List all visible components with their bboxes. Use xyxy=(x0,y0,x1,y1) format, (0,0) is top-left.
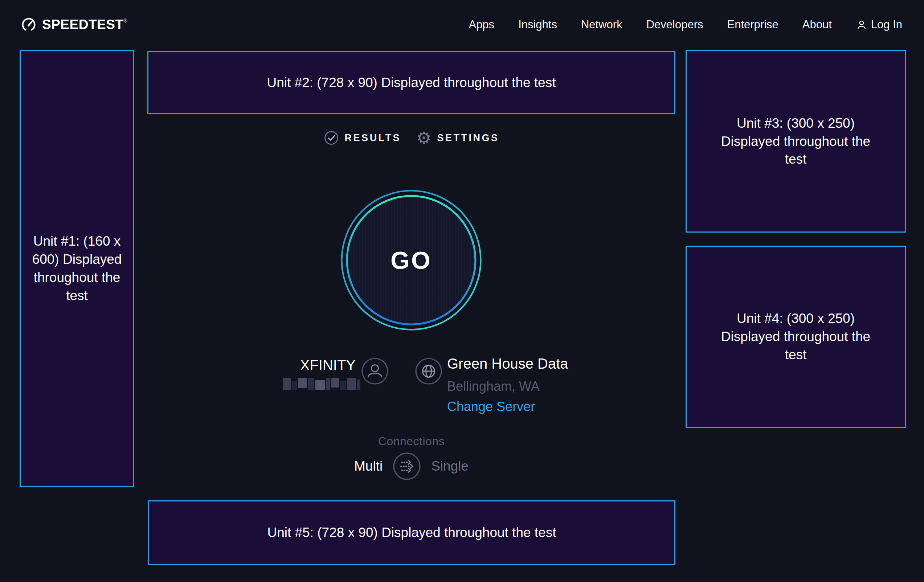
speedometer-gauge-icon xyxy=(20,16,37,33)
ad-unit-4[interactable]: Unit #4: (300 x 250) Displayed throughou… xyxy=(686,246,906,428)
redacted-ip-address xyxy=(283,378,360,390)
nav-item-insights[interactable]: Insights xyxy=(518,18,557,31)
ad-unit-1-label: Unit #1: (160 x 600) Displayed throughou… xyxy=(25,232,129,305)
gear-icon: ⚙ xyxy=(416,130,431,146)
connections-heading: Connections xyxy=(147,435,675,448)
brand-name: SPEEDTEST® xyxy=(42,17,127,32)
speedtest-page: { "brand": { "name": "SPEEDTEST", "mark"… xyxy=(0,0,924,582)
nav-item-apps[interactable]: Apps xyxy=(469,18,494,31)
nav-links: Apps Insights Network Developers Enterpr… xyxy=(469,18,902,31)
connections-toggle-row: Multi Single xyxy=(147,451,675,482)
ad-unit-3-label: Unit #3: (300 x 250) Displayed throughou… xyxy=(708,114,883,169)
top-nav: SPEEDTEST® Apps Insights Network Develop… xyxy=(0,0,924,49)
nav-item-about[interactable]: About xyxy=(802,18,832,31)
tab-results-label: RESULTS xyxy=(345,132,401,144)
ad-unit-3[interactable]: Unit #3: (300 x 250) Displayed throughou… xyxy=(686,50,906,232)
user-icon xyxy=(856,19,867,30)
nav-item-developers[interactable]: Developers xyxy=(646,18,703,31)
login-label: Log In xyxy=(871,18,902,31)
tabs-row: RESULTS ⚙ SETTINGS xyxy=(147,128,675,148)
ad-unit-2[interactable]: Unit #2: (728 x 90) Displayed throughout… xyxy=(147,51,675,114)
go-label-box: GO xyxy=(338,188,484,333)
check-circle-icon xyxy=(324,130,339,145)
ad-unit-5[interactable]: Unit #5: (728 x 90) Displayed throughout… xyxy=(148,500,675,565)
ad-unit-2-label: Unit #2: (728 x 90) Displayed throughout… xyxy=(267,74,556,92)
server-globe-icon xyxy=(415,358,442,385)
ad-unit-4-label: Unit #4: (300 x 250) Displayed throughou… xyxy=(708,310,883,364)
isp-name[interactable]: XFINITY xyxy=(251,357,356,373)
ad-unit-1[interactable]: Unit #1: (160 x 600) Displayed throughou… xyxy=(20,50,134,487)
go-button[interactable]: GO xyxy=(338,188,484,333)
change-server-link[interactable]: Change Server xyxy=(447,399,535,414)
server-location: Bellingham, WA xyxy=(447,379,540,394)
tab-settings-label: SETTINGS xyxy=(437,132,499,144)
speedtest-logo[interactable]: SPEEDTEST® xyxy=(20,16,127,33)
connections-option-single[interactable]: Single xyxy=(431,458,469,474)
trademark: ® xyxy=(124,18,128,32)
ad-unit-5-label: Unit #5: (728 x 90) Displayed throughout… xyxy=(267,524,556,542)
multi-connections-icon[interactable] xyxy=(393,452,421,480)
isp-user-icon xyxy=(361,358,389,385)
tab-results[interactable]: RESULTS xyxy=(324,130,401,145)
nav-item-network[interactable]: Network xyxy=(581,18,622,31)
nav-item-enterprise[interactable]: Enterprise xyxy=(727,18,778,31)
server-name: Green House Data xyxy=(447,356,568,372)
connections-option-multi[interactable]: Multi xyxy=(354,458,383,474)
login-button[interactable]: Log In xyxy=(856,18,902,31)
tab-settings[interactable]: ⚙ SETTINGS xyxy=(416,130,499,146)
go-label: GO xyxy=(391,246,432,274)
